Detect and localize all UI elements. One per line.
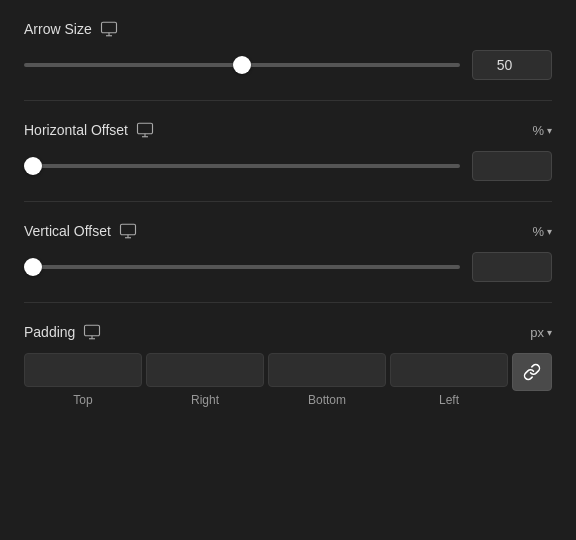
arrow-size-label-group: Arrow Size: [24, 20, 118, 38]
horizontal-offset-chevron: ▾: [547, 125, 552, 136]
padding-label-group: Padding: [24, 323, 101, 341]
padding-monitor-icon: [83, 323, 101, 341]
padding-right-label: Right: [191, 393, 219, 407]
padding-header: Padding px ▾: [24, 323, 552, 341]
arrow-size-header: Arrow Size: [24, 20, 552, 38]
padding-right-input[interactable]: [146, 353, 264, 387]
divider-3: [24, 302, 552, 303]
padding-unit: px: [530, 325, 544, 340]
svg-rect-0: [101, 22, 116, 33]
horizontal-offset-unit: %: [532, 123, 544, 138]
horizontal-offset-slider[interactable]: [24, 164, 460, 168]
vertical-offset-unit: %: [532, 224, 544, 239]
svg-rect-6: [120, 224, 135, 235]
horizontal-offset-unit-selector[interactable]: % ▾: [532, 123, 552, 138]
padding-top-label: Top: [73, 393, 92, 407]
horizontal-offset-slider-row: [24, 151, 552, 181]
vertical-offset-header: Vertical Offset % ▾: [24, 222, 552, 240]
vertical-offset-slider[interactable]: [24, 265, 460, 269]
padding-link-button[interactable]: [512, 353, 552, 391]
padding-section: Padding px ▾ Top Right Bottom Left: [24, 323, 552, 407]
vertical-offset-label: Vertical Offset: [24, 223, 111, 239]
arrow-size-label: Arrow Size: [24, 21, 92, 37]
vertical-offset-slider-container: [24, 257, 460, 277]
vertical-offset-slider-row: [24, 252, 552, 282]
padding-left-label: Left: [439, 393, 459, 407]
padding-right-wrapper: Right: [146, 353, 264, 407]
padding-label: Padding: [24, 324, 75, 340]
padding-unit-selector[interactable]: px ▾: [530, 325, 552, 340]
horizontal-offset-input[interactable]: [472, 151, 552, 181]
svg-rect-9: [85, 325, 100, 336]
padding-bottom-wrapper: Bottom: [268, 353, 386, 407]
horizontal-offset-section: Horizontal Offset % ▾: [24, 121, 552, 181]
horizontal-offset-monitor-icon: [136, 121, 154, 139]
horizontal-offset-slider-container: [24, 156, 460, 176]
vertical-offset-section: Vertical Offset % ▾: [24, 222, 552, 282]
padding-inputs-row: Top Right Bottom Left: [24, 353, 552, 407]
arrow-size-monitor-icon: [100, 20, 118, 38]
arrow-size-slider-container: [24, 55, 460, 75]
vertical-offset-monitor-icon: [119, 222, 137, 240]
padding-left-wrapper: Left: [390, 353, 508, 407]
svg-rect-3: [138, 123, 153, 134]
vertical-offset-chevron: ▾: [547, 226, 552, 237]
arrow-size-section: Arrow Size: [24, 20, 552, 80]
horizontal-offset-label: Horizontal Offset: [24, 122, 128, 138]
divider-2: [24, 201, 552, 202]
horizontal-offset-header: Horizontal Offset % ▾: [24, 121, 552, 139]
arrow-size-slider-row: [24, 50, 552, 80]
arrow-size-input[interactable]: [472, 50, 552, 80]
padding-bottom-input[interactable]: [268, 353, 386, 387]
horizontal-offset-label-group: Horizontal Offset: [24, 121, 154, 139]
padding-top-input[interactable]: [24, 353, 142, 387]
padding-bottom-label: Bottom: [308, 393, 346, 407]
padding-left-input[interactable]: [390, 353, 508, 387]
padding-top-wrapper: Top: [24, 353, 142, 407]
vertical-offset-input[interactable]: [472, 252, 552, 282]
vertical-offset-unit-selector[interactable]: % ▾: [532, 224, 552, 239]
arrow-size-slider[interactable]: [24, 63, 460, 67]
padding-chevron: ▾: [547, 327, 552, 338]
vertical-offset-label-group: Vertical Offset: [24, 222, 137, 240]
link-icon: [523, 363, 541, 381]
divider-1: [24, 100, 552, 101]
